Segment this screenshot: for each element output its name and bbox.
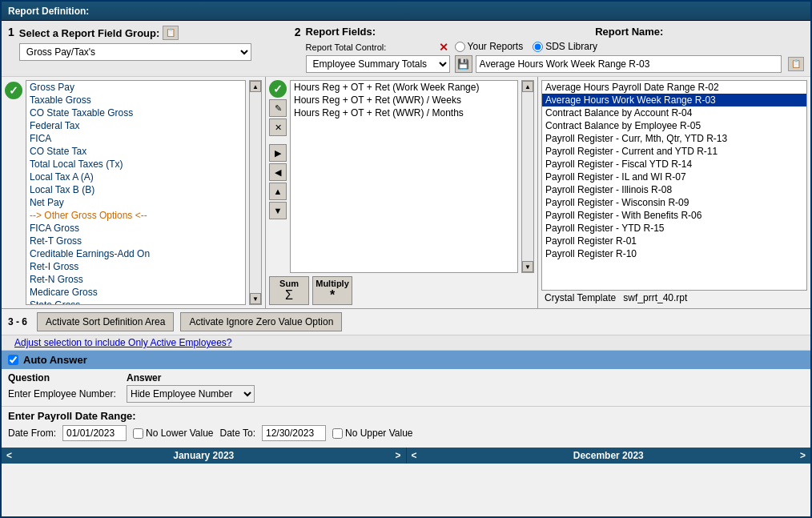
middle-scroll-up[interactable]: ▲ — [522, 81, 533, 92]
qa-header-row: Question Answer — [8, 372, 804, 385]
move-right-btn[interactable]: ▶ — [269, 144, 287, 162]
no-upper-value-checkbox[interactable] — [332, 428, 343, 439]
move-left-btn[interactable]: ◀ — [269, 163, 287, 181]
report-list-item[interactable]: Payroll Register - Current and YTD R-11 — [542, 145, 806, 158]
nav-month-jan: January 2023 — [173, 450, 234, 461]
report-list-item[interactable]: Payroll Register - With Benefits R-06 — [542, 209, 806, 222]
list-item[interactable]: Local Tax A (A) — [26, 171, 245, 183]
move-up-btn[interactable]: ▲ — [269, 183, 287, 200]
list-item[interactable]: CO State Taxable Gross — [26, 106, 245, 119]
radio-row: Your Reports SDS Library — [455, 41, 804, 52]
selected-field-item[interactable]: Hours Reg + OT + Ret (Work Week Range) — [291, 81, 517, 94]
selected-fields-list: Hours Reg + OT + Ret (Work Week Range) H… — [290, 80, 518, 273]
crystal-template-value: swf_prrt_40.rpt — [623, 292, 687, 303]
close-button[interactable]: ✕ — [437, 41, 450, 54]
middle-scrollbar[interactable]: ▲ ▼ — [521, 80, 534, 273]
add-field-btn[interactable]: ✓ — [269, 80, 287, 98]
nav-prev-jan[interactable]: < — [6, 450, 12, 461]
report-name-icon-btn[interactable]: 📋 — [788, 57, 804, 71]
sort-ignore-row: 3 - 6 Activate Sort Definition Area Acti… — [2, 309, 810, 335]
section1-icon-btn[interactable]: 📋 — [163, 26, 179, 40]
section36-number: 3 - 6 — [8, 316, 27, 327]
report-list-item[interactable]: Payroll Register R-01 — [542, 235, 806, 247]
active-employees-link[interactable]: Adjust selection to include Only Active … — [8, 335, 238, 350]
section1-number: 1 — [8, 26, 14, 38]
list-item[interactable]: Ret-N Gross — [26, 273, 245, 286]
selected-field-item[interactable]: Hours Reg + OT + Ret (WWR) / Weeks — [291, 94, 517, 106]
scroll-down-btn[interactable]: ▼ — [250, 293, 261, 304]
report-list-item[interactable]: Payroll Register - Illinois R-08 — [542, 183, 806, 196]
report-list-item-selected[interactable]: Average Hours Work Week Range R-03 — [542, 94, 806, 106]
section2-fields: Report Fields: Report Total Control: ✕ E… — [306, 26, 450, 73]
sum-label: Sum — [279, 279, 299, 288]
list-item[interactable]: Ret-I Gross — [26, 260, 245, 273]
date-from-input[interactable] — [62, 425, 127, 441]
date-from-label: Date From: — [8, 428, 56, 439]
report-list-item[interactable]: Payroll Register - Fiscal YTD R-14 — [542, 158, 806, 171]
field-group-list: Gross Pay Taxable Gross CO State Taxable… — [26, 80, 246, 305]
auto-answer-checkbox[interactable] — [8, 355, 18, 365]
list-item[interactable]: FICA — [26, 132, 245, 145]
sort-definition-button[interactable]: Activate Sort Definition Area — [37, 312, 174, 331]
no-upper-value-text: No Upper Value — [345, 428, 413, 439]
list-item[interactable]: Federal Tax — [26, 119, 245, 132]
radio-sds-library[interactable]: SDS Library — [533, 41, 597, 52]
title-text: Report Definition: — [8, 6, 89, 17]
sum-button[interactable]: Sum Σ — [269, 276, 309, 305]
list-item[interactable]: FICA Gross — [26, 222, 245, 235]
nav-prev-dec[interactable]: < — [412, 450, 417, 461]
list-item[interactable]: Taxable Gross — [26, 94, 245, 106]
nav-next-jan[interactable]: > — [395, 450, 400, 461]
middle-scroll-track — [522, 92, 533, 261]
report-list-item[interactable]: Payroll Register - Curr, Mth, Qtr, YTD R… — [542, 132, 806, 145]
multiply-button[interactable]: Multiply * — [312, 276, 352, 305]
qa-row: Enter Employee Number: Hide Employee Num… — [8, 385, 804, 403]
list-item[interactable]: State Gross — [26, 299, 245, 305]
report-list-item[interactable]: Contract Balance by Account R-04 — [542, 106, 806, 119]
list-item[interactable]: Ret-T Gross — [26, 235, 245, 247]
scroll-up-btn[interactable]: ▲ — [250, 81, 261, 92]
content-area: ✓ Gross Pay Taxable Gross CO State Taxab… — [2, 77, 810, 309]
save-icon[interactable]: 💾 — [455, 55, 472, 73]
list-item[interactable]: Gross Pay — [26, 81, 245, 94]
qa-answer-dropdown[interactable]: Hide Employee Number — [127, 385, 255, 403]
report-total-dropdown[interactable]: Employee Summary Totals — [306, 55, 450, 73]
report-list-item[interactable]: Payroll Register R-10 — [542, 247, 806, 260]
move-down-btn[interactable]: ▼ — [269, 202, 287, 219]
list-item[interactable]: Creditable Earnings-Add On — [26, 247, 245, 260]
title-bar: Report Definition: — [2, 2, 810, 21]
date-range-section: Enter Payroll Date Range: Date From: No … — [2, 407, 810, 448]
middle-bottom: Sum Σ Multiply * — [269, 276, 534, 305]
no-upper-value-label[interactable]: No Upper Value — [332, 428, 413, 439]
middle-scroll-down[interactable]: ▼ — [522, 261, 533, 272]
date-to-input[interactable] — [262, 425, 326, 441]
radio-your-reports[interactable]: Your Reports — [455, 41, 524, 52]
section2-container: 2 Report Fields: Report Total Control: ✕… — [295, 26, 450, 73]
list-item[interactable]: Medicare Gross — [26, 286, 245, 299]
field-group-dropdown[interactable]: Gross Pay/Tax's — [19, 43, 251, 61]
report-list-item[interactable]: Payroll Register - Wisconsin R-09 — [542, 196, 806, 209]
nav-next-dec[interactable]: > — [800, 450, 806, 461]
nav-bars: < January 2023 > < December 2023 > — [2, 448, 810, 464]
radio-your-reports-input[interactable] — [455, 42, 465, 52]
no-lower-value-checkbox[interactable] — [133, 428, 143, 439]
report-name-input[interactable] — [476, 55, 782, 73]
radio-sds-library-label: SDS Library — [545, 41, 597, 52]
section2-label: Report Fields: — [306, 26, 450, 38]
report-list-item[interactable]: Contract Balance by Employee R-05 — [542, 119, 806, 132]
list-item[interactable]: Local Tax B (B) — [26, 183, 245, 196]
list-item[interactable]: Total Local Taxes (Tx) — [26, 158, 245, 171]
selected-field-item[interactable]: Hours Reg + OT + Ret (WWR) / Months — [291, 106, 517, 119]
left-list-scrollbar[interactable]: ▲ ▼ — [249, 80, 262, 305]
radio-sds-library-input[interactable] — [533, 42, 543, 52]
list-item[interactable]: Net Pay — [26, 196, 245, 209]
report-list-item[interactable]: Payroll Register - YTD R-15 — [542, 222, 806, 235]
report-list-item[interactable]: Average Hours Payroll Date Range R-02 — [542, 81, 806, 94]
list-item[interactable]: CO State Tax — [26, 145, 245, 158]
ignore-zero-button[interactable]: Activate Ignore Zero Value Option — [180, 312, 342, 331]
no-lower-value-label[interactable]: No Lower Value — [133, 428, 214, 439]
main-container: Report Definition: 1 Select a Report Fie… — [0, 0, 812, 518]
report-list-item[interactable]: Payroll Register - IL and WI R-07 — [542, 171, 806, 183]
delete-field-btn[interactable]: ✕ — [269, 118, 287, 136]
edit-field-btn[interactable]: ✎ — [269, 99, 287, 117]
